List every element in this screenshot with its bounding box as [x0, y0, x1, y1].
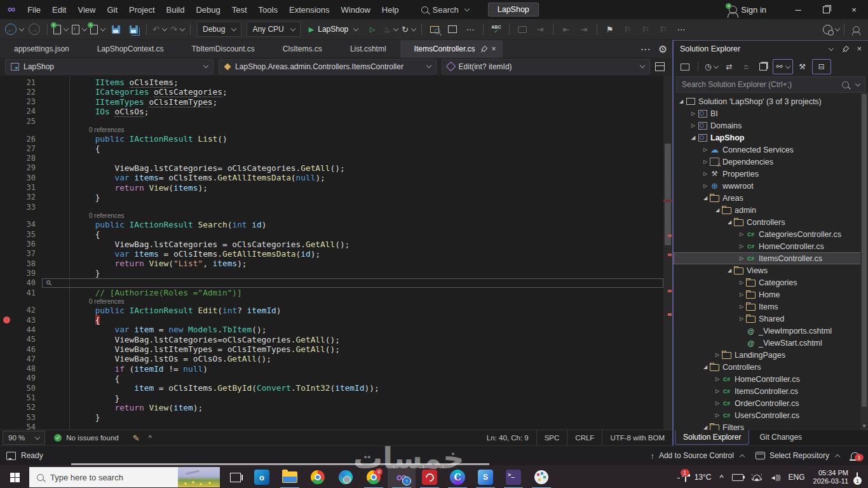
- type-dropdown[interactable]: LapShop.Areas.admin.Controllers.ItemsCon…: [219, 59, 436, 74]
- expand-arrow-icon[interactable]: ▷: [738, 243, 745, 249]
- code-line[interactable]: 41 // [Authorize(Roles ="Admin")]: [0, 288, 663, 297]
- tree-item-itemscontroller-cs[interactable]: ▷C#ItemsController.cs: [674, 385, 868, 397]
- undo-button[interactable]: ↶: [151, 22, 168, 37]
- expand-arrow-icon[interactable]: ▷: [689, 123, 697, 128]
- feedback-button[interactable]: [848, 22, 864, 37]
- close-button[interactable]: ×: [840, 0, 868, 19]
- tree-item--viewimports-cshtml[interactable]: @_ViewImports.cshtml: [674, 325, 868, 337]
- code-line[interactable]: 24 IOs oClsOs;: [0, 107, 663, 116]
- expand-arrow-icon[interactable]: ▷: [738, 255, 745, 261]
- uncomment-button[interactable]: ⇥: [532, 22, 548, 37]
- code-line[interactable]: 34 public IActionResult Search(int id): [0, 220, 663, 229]
- close-tab-icon[interactable]: ×: [492, 44, 496, 53]
- expand-arrow-icon[interactable]: ▷: [714, 412, 721, 418]
- taskbar-chrome[interactable]: [304, 465, 332, 488]
- minimize-button[interactable]: ─: [784, 0, 812, 19]
- action-center-button[interactable]: 1: [857, 473, 858, 482]
- expand-arrow-icon[interactable]: ▷: [738, 231, 745, 237]
- open-file-button[interactable]: ↑: [71, 22, 88, 37]
- expand-arrow-icon[interactable]: ▷: [702, 147, 709, 152]
- solution-platform-dropdown[interactable]: Any CPU: [247, 22, 300, 37]
- pending-changes-filter-button[interactable]: ◷: [703, 60, 719, 74]
- navigate-backward-button[interactable]: ←: [4, 22, 25, 37]
- code-line[interactable]: 39 }: [0, 268, 663, 278]
- expand-arrow-icon[interactable]: ▷: [738, 292, 745, 297]
- taskbar-acrobat[interactable]: [416, 465, 444, 488]
- language-indicator[interactable]: ENG: [789, 473, 805, 482]
- expand-arrow-icon[interactable]: ▷: [714, 388, 721, 394]
- tab-itemscontroller-cs[interactable]: ItemsController.cs×: [400, 40, 503, 58]
- code-line[interactable]: 29 ViewBag.lstCategories= oClsCategories…: [0, 163, 663, 173]
- code-line[interactable]: 37 var items = oClsItems.GetAllItemsData…: [0, 249, 663, 259]
- code-line[interactable]: 36 ViewBag.lstCategories = oClsCategorie…: [0, 239, 663, 248]
- code-line[interactable]: 45 ViewBag.lstCategories=oClsCategories.…: [0, 335, 663, 344]
- tree-item-wwwroot[interactable]: ▷⊕wwwroot: [674, 180, 868, 192]
- expand-arrow-icon[interactable]: ▷: [738, 280, 745, 285]
- menu-build[interactable]: Build: [161, 0, 191, 19]
- collapse-arrow-icon[interactable]: ◢: [689, 135, 697, 140]
- tree-item-connected-services[interactable]: ▷☁Connected Services: [674, 144, 868, 156]
- menu-help[interactable]: Help: [376, 0, 405, 19]
- tree-item-lapshop[interactable]: ◢LapShop: [674, 132, 868, 144]
- scroll-down-arrow[interactable]: ▼: [862, 423, 867, 429]
- clock[interactable]: 05:34 PM 2026-03-11: [813, 469, 848, 485]
- redo-button[interactable]: ↷: [169, 22, 186, 37]
- code-line[interactable]: 43 {: [0, 315, 663, 325]
- menu-file[interactable]: File: [22, 0, 46, 19]
- expand-arrow-icon[interactable]: ▷: [702, 159, 709, 165]
- tab-appsettings-json[interactable]: appsettings.json: [0, 40, 83, 58]
- code-line[interactable]: 54: [0, 422, 663, 430]
- expand-arrow-icon[interactable]: ▷: [714, 400, 721, 406]
- collapse-all-button[interactable]: ︿︿: [738, 60, 754, 74]
- sync-with-active-document-button[interactable]: ⚯: [773, 59, 792, 74]
- window-layout-button[interactable]: [444, 22, 461, 37]
- battery-icon[interactable]: [732, 474, 743, 481]
- breakpoint-indicator[interactable]: [0, 316, 13, 323]
- tab-overflow-button[interactable]: ⋯: [641, 43, 651, 55]
- codelens-references[interactable]: 0 references: [0, 297, 663, 306]
- tree-item-filters[interactable]: ◢Filters: [674, 421, 868, 430]
- decrease-indent-button[interactable]: ⇤: [558, 22, 574, 37]
- titlebar-search[interactable]: Search: [421, 5, 469, 15]
- task-view-button[interactable]: [222, 465, 248, 488]
- tree-item-categoriescontroller-cs[interactable]: ▷C#CategoriesController.cs: [674, 228, 868, 240]
- collapse-arrow-icon[interactable]: ◢: [726, 268, 733, 273]
- code-line[interactable]: 51 }: [0, 393, 663, 402]
- tree-scrollbar[interactable]: ▼: [860, 93, 868, 430]
- save-button[interactable]: [107, 22, 124, 37]
- code-line[interactable]: 48 if (itemId != null): [0, 363, 663, 373]
- tree-item-controllers[interactable]: ◢Controllers: [674, 216, 868, 228]
- start-debugging-button[interactable]: ▶LapShop: [304, 25, 363, 34]
- tree-item-categories[interactable]: ▷Categories: [674, 276, 868, 288]
- live-share-button[interactable]: [822, 22, 841, 37]
- wifi-icon[interactable]: [752, 474, 762, 481]
- code-line[interactable]: 23 IItemTypes oClsItemTypes;: [0, 97, 663, 107]
- show-hidden-icons-button[interactable]: ^: [720, 473, 724, 482]
- tree-item-items[interactable]: ▷Items: [674, 301, 868, 313]
- restore-button[interactable]: [812, 0, 840, 19]
- code-line[interactable]: 26 public IActionResult List(): [0, 134, 663, 144]
- menu-extensions[interactable]: Extensions: [283, 0, 336, 19]
- tab-list-cshtml[interactable]: List.cshtml: [336, 40, 400, 58]
- expand-arrow-icon[interactable]: ▷: [702, 171, 709, 177]
- spaces-indicator[interactable]: SPC: [536, 430, 567, 445]
- taskbar-ssms[interactable]: S: [471, 465, 499, 488]
- expand-arrow-icon[interactable]: ▷: [702, 183, 709, 189]
- menu-window[interactable]: Window: [336, 0, 376, 19]
- codelens-references[interactable]: 0 references: [0, 126, 663, 134]
- toggle-bookmark-button[interactable]: ⚑: [602, 22, 618, 37]
- temperature-label[interactable]: 13°C: [695, 473, 712, 482]
- add-new-item-button[interactable]: +: [89, 22, 106, 37]
- volume-icon[interactable]: ◄))): [770, 474, 780, 481]
- split-window-button[interactable]: [655, 62, 665, 71]
- comment-button[interactable]: [514, 22, 531, 37]
- tab-clsitems-cs[interactable]: ClsItems.cs: [269, 40, 336, 58]
- scrollbar-thumb[interactable]: [862, 94, 867, 407]
- taskbar-chrome-profile[interactable]: 0: [360, 465, 388, 488]
- select-repository-button[interactable]: Select Repository: [756, 451, 839, 460]
- save-all-button[interactable]: [125, 22, 142, 37]
- solution-configuration-dropdown[interactable]: Debug: [197, 22, 241, 37]
- expand-arrow-icon[interactable]: ▷: [689, 111, 697, 116]
- code-line[interactable]: 33: [0, 202, 663, 212]
- code-line[interactable]: 27 {: [0, 144, 663, 153]
